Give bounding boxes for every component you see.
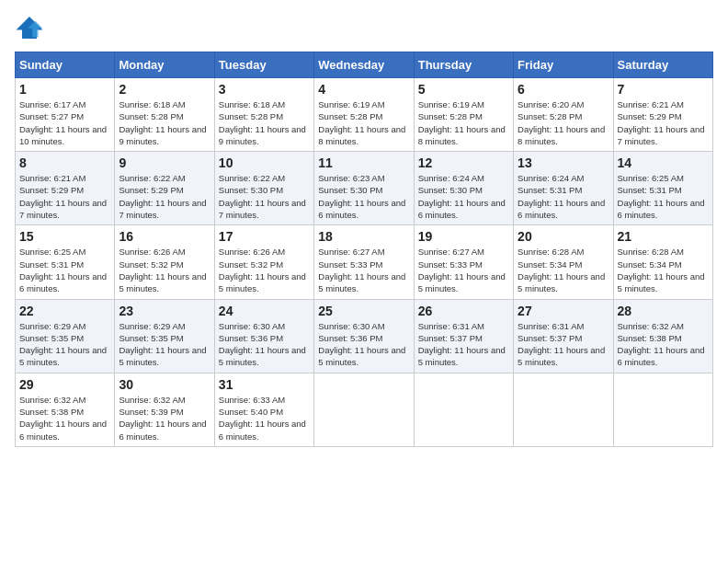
day-number: 26	[418, 304, 509, 318]
calendar-week-row: 29Sunrise: 6:32 AMSunset: 5:38 PMDayligh…	[16, 373, 713, 446]
calendar-cell: 28Sunrise: 6:32 AMSunset: 5:38 PMDayligh…	[613, 299, 712, 373]
day-info: Sunrise: 6:28 AMSunset: 5:34 PMDaylight:…	[618, 246, 709, 294]
day-info: Sunrise: 6:26 AMSunset: 5:32 PMDaylight:…	[119, 246, 210, 294]
day-number: 29	[19, 377, 110, 392]
day-info: Sunrise: 6:25 AMSunset: 5:31 PMDaylight:…	[19, 246, 110, 294]
day-info: Sunrise: 6:27 AMSunset: 5:33 PMDaylight:…	[318, 246, 409, 294]
day-info: Sunrise: 6:30 AMSunset: 5:36 PMDaylight:…	[219, 320, 310, 369]
day-info: Sunrise: 6:20 AMSunset: 5:28 PMDaylight:…	[518, 98, 609, 147]
day-number: 2	[119, 82, 210, 97]
day-info: Sunrise: 6:23 AMSunset: 5:30 PMDaylight:…	[318, 172, 409, 221]
weekday-header-row: SundayMondayTuesdayWednesdayThursdayFrid…	[16, 52, 713, 78]
day-info: Sunrise: 6:29 AMSunset: 5:35 PMDaylight:…	[119, 320, 210, 369]
day-info: Sunrise: 6:29 AMSunset: 5:35 PMDaylight:…	[19, 320, 110, 369]
calendar-cell: 27Sunrise: 6:31 AMSunset: 5:37 PMDayligh…	[514, 299, 613, 373]
day-number: 9	[119, 155, 210, 170]
day-number: 28	[618, 304, 709, 318]
calendar-week-row: 22Sunrise: 6:29 AMSunset: 5:35 PMDayligh…	[16, 299, 713, 373]
weekday-header: Saturday	[613, 52, 712, 78]
calendar-cell: 3Sunrise: 6:18 AMSunset: 5:28 PMDaylight…	[214, 78, 313, 152]
calendar-cell: 20Sunrise: 6:28 AMSunset: 5:34 PMDayligh…	[514, 225, 613, 299]
day-number: 22	[19, 304, 110, 318]
day-number: 27	[518, 304, 609, 318]
calendar-cell: 11Sunrise: 6:23 AMSunset: 5:30 PMDayligh…	[314, 152, 414, 225]
day-number: 13	[518, 155, 609, 170]
calendar-cell: 18Sunrise: 6:27 AMSunset: 5:33 PMDayligh…	[314, 225, 414, 299]
weekday-header: Monday	[115, 52, 214, 78]
day-info: Sunrise: 6:22 AMSunset: 5:29 PMDaylight:…	[119, 172, 210, 221]
calendar-cell: 19Sunrise: 6:27 AMSunset: 5:33 PMDayligh…	[414, 225, 513, 299]
day-number: 8	[19, 155, 110, 170]
day-info: Sunrise: 6:19 AMSunset: 5:28 PMDaylight:…	[318, 98, 409, 147]
calendar-cell: 2Sunrise: 6:18 AMSunset: 5:28 PMDaylight…	[115, 78, 214, 152]
calendar-cell: 25Sunrise: 6:30 AMSunset: 5:36 PMDayligh…	[314, 299, 414, 373]
calendar-cell: 10Sunrise: 6:22 AMSunset: 5:30 PMDayligh…	[214, 152, 313, 225]
logo-icon	[15, 15, 44, 40]
calendar-cell: 6Sunrise: 6:20 AMSunset: 5:28 PMDaylight…	[514, 78, 613, 152]
calendar-cell: 15Sunrise: 6:25 AMSunset: 5:31 PMDayligh…	[16, 225, 115, 299]
logo	[15, 15, 48, 40]
day-number: 25	[318, 304, 409, 318]
day-number: 19	[418, 229, 509, 244]
calendar-cell: 12Sunrise: 6:24 AMSunset: 5:30 PMDayligh…	[414, 152, 513, 225]
calendar-cell: 1Sunrise: 6:17 AMSunset: 5:27 PMDaylight…	[16, 78, 115, 152]
day-number: 11	[318, 155, 409, 170]
calendar-week-row: 8Sunrise: 6:21 AMSunset: 5:29 PMDaylight…	[16, 152, 713, 225]
day-info: Sunrise: 6:25 AMSunset: 5:31 PMDaylight:…	[618, 172, 709, 221]
calendar-cell: 23Sunrise: 6:29 AMSunset: 5:35 PMDayligh…	[115, 299, 214, 373]
day-info: Sunrise: 6:33 AMSunset: 5:40 PMDaylight:…	[219, 394, 310, 442]
day-number: 6	[518, 82, 609, 97]
calendar-table: SundayMondayTuesdayWednesdayThursdayFrid…	[15, 52, 713, 447]
calendar-cell: 7Sunrise: 6:21 AMSunset: 5:29 PMDaylight…	[613, 78, 712, 152]
day-number: 24	[219, 304, 310, 318]
day-info: Sunrise: 6:18 AMSunset: 5:28 PMDaylight:…	[219, 98, 310, 147]
day-info: Sunrise: 6:32 AMSunset: 5:38 PMDaylight:…	[19, 394, 110, 442]
weekday-header: Tuesday	[214, 52, 313, 78]
day-number: 23	[119, 304, 210, 318]
calendar-cell: 31Sunrise: 6:33 AMSunset: 5:40 PMDayligh…	[214, 373, 313, 446]
calendar-cell: 5Sunrise: 6:19 AMSunset: 5:28 PMDaylight…	[414, 78, 513, 152]
day-info: Sunrise: 6:32 AMSunset: 5:38 PMDaylight:…	[618, 320, 709, 369]
day-number: 1	[19, 82, 110, 97]
day-info: Sunrise: 6:28 AMSunset: 5:34 PMDaylight:…	[518, 246, 609, 294]
day-info: Sunrise: 6:27 AMSunset: 5:33 PMDaylight:…	[418, 246, 509, 294]
weekday-header: Friday	[514, 52, 613, 78]
day-info: Sunrise: 6:31 AMSunset: 5:37 PMDaylight:…	[418, 320, 509, 369]
day-number: 10	[219, 155, 310, 170]
calendar-cell: 14Sunrise: 6:25 AMSunset: 5:31 PMDayligh…	[613, 152, 712, 225]
calendar-cell	[414, 373, 513, 446]
day-info: Sunrise: 6:19 AMSunset: 5:28 PMDaylight:…	[418, 98, 509, 147]
day-info: Sunrise: 6:31 AMSunset: 5:37 PMDaylight:…	[518, 320, 609, 369]
calendar-cell: 17Sunrise: 6:26 AMSunset: 5:32 PMDayligh…	[214, 225, 313, 299]
day-number: 17	[219, 229, 310, 244]
day-number: 7	[618, 82, 709, 97]
weekday-header: Thursday	[414, 52, 513, 78]
calendar-cell: 22Sunrise: 6:29 AMSunset: 5:35 PMDayligh…	[16, 299, 115, 373]
day-number: 4	[318, 82, 409, 97]
day-info: Sunrise: 6:24 AMSunset: 5:31 PMDaylight:…	[518, 172, 609, 221]
calendar-cell: 29Sunrise: 6:32 AMSunset: 5:38 PMDayligh…	[16, 373, 115, 446]
calendar-week-row: 1Sunrise: 6:17 AMSunset: 5:27 PMDaylight…	[16, 78, 713, 152]
calendar-cell: 24Sunrise: 6:30 AMSunset: 5:36 PMDayligh…	[214, 299, 313, 373]
calendar-cell: 26Sunrise: 6:31 AMSunset: 5:37 PMDayligh…	[414, 299, 513, 373]
calendar-cell: 30Sunrise: 6:32 AMSunset: 5:39 PMDayligh…	[115, 373, 214, 446]
weekday-header: Sunday	[16, 52, 115, 78]
day-number: 31	[219, 377, 310, 392]
day-info: Sunrise: 6:22 AMSunset: 5:30 PMDaylight:…	[219, 172, 310, 221]
day-number: 20	[518, 229, 609, 244]
day-info: Sunrise: 6:30 AMSunset: 5:36 PMDaylight:…	[318, 320, 409, 369]
day-info: Sunrise: 6:26 AMSunset: 5:32 PMDaylight:…	[219, 246, 310, 294]
day-number: 30	[119, 377, 210, 392]
day-number: 16	[119, 229, 210, 244]
calendar-cell	[314, 373, 414, 446]
calendar-cell: 21Sunrise: 6:28 AMSunset: 5:34 PMDayligh…	[613, 225, 712, 299]
calendar-week-row: 15Sunrise: 6:25 AMSunset: 5:31 PMDayligh…	[16, 225, 713, 299]
calendar-cell: 16Sunrise: 6:26 AMSunset: 5:32 PMDayligh…	[115, 225, 214, 299]
day-number: 21	[618, 229, 709, 244]
day-number: 15	[19, 229, 110, 244]
calendar-cell: 8Sunrise: 6:21 AMSunset: 5:29 PMDaylight…	[16, 152, 115, 225]
day-number: 14	[618, 155, 709, 170]
calendar-cell: 4Sunrise: 6:19 AMSunset: 5:28 PMDaylight…	[314, 78, 414, 152]
calendar-cell: 9Sunrise: 6:22 AMSunset: 5:29 PMDaylight…	[115, 152, 214, 225]
weekday-header: Wednesday	[314, 52, 414, 78]
